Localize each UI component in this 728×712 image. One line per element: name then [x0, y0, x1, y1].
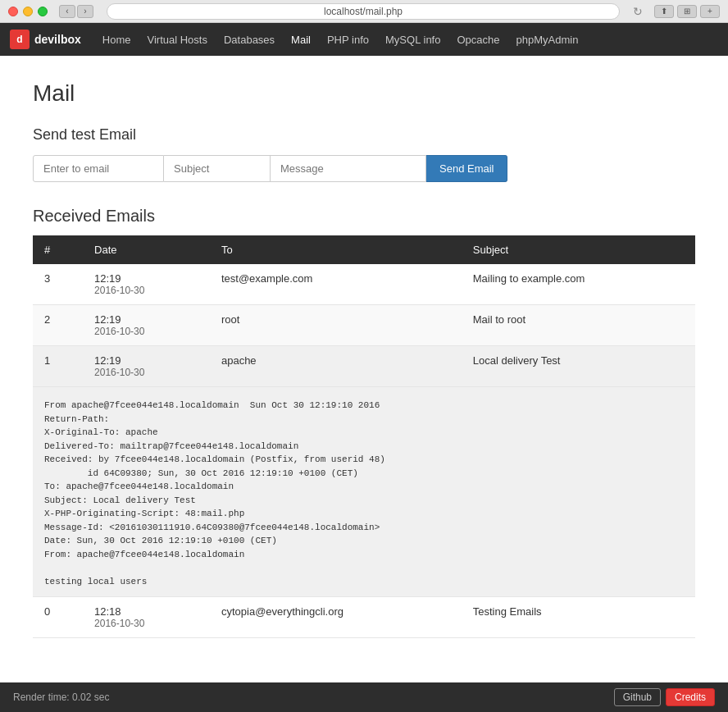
nav-buttons: ‹ ›: [59, 5, 93, 18]
send-section-title: Send test Email: [33, 126, 695, 144]
url-text: localhost/mail.php: [324, 6, 403, 17]
nav-virtual-hosts[interactable]: Virtual Hosts: [139, 23, 215, 56]
nav-databases[interactable]: Databases: [216, 23, 283, 56]
brand-name: devilbox: [34, 33, 81, 46]
address-bar[interactable]: localhost/mail.php: [107, 3, 620, 20]
cell-date: 12:182016-10-30: [83, 597, 210, 638]
render-time: Render time: 0.02 sec: [13, 691, 109, 703]
back-button[interactable]: ‹: [59, 5, 75, 18]
send-email-button[interactable]: Send Email: [426, 155, 507, 182]
email-body-content: From apache@7fcee044e148.localdomain Sun…: [44, 399, 684, 588]
share-button[interactable]: ⬆: [654, 5, 674, 18]
nav-home[interactable]: Home: [94, 23, 139, 56]
col-subject: Subject: [462, 235, 695, 264]
cell-to: cytopia@everythingcli.org: [210, 597, 462, 638]
subject-input[interactable]: [164, 155, 271, 182]
forward-button[interactable]: ›: [77, 5, 93, 18]
send-form: Send Email: [33, 155, 695, 182]
cell-date: 12:192016-10-30: [83, 305, 210, 346]
nav-mysql-info[interactable]: MySQL info: [377, 23, 448, 56]
col-date: Date: [83, 235, 210, 264]
cell-subject: Testing Emails: [462, 597, 695, 638]
table-row: 012:182016-10-30cytopia@everythingcli.or…: [33, 597, 695, 638]
window-right-buttons: ⬆ ⊞ +: [654, 5, 720, 18]
new-tab-button[interactable]: ⊞: [677, 5, 697, 18]
cell-date: 12:192016-10-30: [83, 346, 210, 387]
credits-button[interactable]: Credits: [666, 688, 715, 706]
cell-date: 12:192016-10-30: [83, 264, 210, 305]
cell-to: root: [210, 305, 462, 346]
nav-mail[interactable]: Mail: [283, 23, 319, 56]
main-content: Mail Send test Email Send Email Received…: [0, 56, 728, 679]
nav-php-info[interactable]: PHP info: [319, 23, 377, 56]
footer: Render time: 0.02 sec Github Credits: [0, 682, 728, 712]
col-to: To: [210, 235, 462, 264]
footer-actions: Github Credits: [614, 688, 715, 706]
reload-button[interactable]: ↻: [633, 5, 643, 18]
email-input[interactable]: [33, 155, 164, 182]
table-row: 112:192016-10-30apacheLocal delivery Tes…: [33, 346, 695, 387]
nav-phpmyadmin[interactable]: phpMyAdmin: [508, 23, 587, 56]
cell-id: 1: [33, 346, 83, 387]
cell-subject: Mail to root: [462, 305, 695, 346]
cell-email-body: From apache@7fcee044e148.localdomain Sun…: [33, 387, 695, 597]
nav-opcache[interactable]: Opcache: [448, 23, 507, 56]
cell-id: 2: [33, 305, 83, 346]
maximize-button[interactable]: [38, 7, 48, 16]
minimize-button[interactable]: [23, 7, 33, 16]
sidebar-button[interactable]: +: [700, 5, 720, 18]
cell-id: 3: [33, 264, 83, 305]
cell-to: apache: [210, 346, 462, 387]
cell-subject: Mailing to example.com: [462, 264, 695, 305]
brand-icon: d: [10, 30, 30, 49]
table-header: # Date To Subject: [33, 235, 695, 264]
received-section-title: Received Emails: [33, 207, 695, 226]
github-button[interactable]: Github: [614, 688, 661, 706]
navbar: d devilbox Home Virtual Hosts Databases …: [0, 23, 728, 56]
table-body: 312:192016-10-30test@example.comMailing …: [33, 264, 695, 638]
nav-links: Home Virtual Hosts Databases Mail PHP in…: [94, 23, 587, 56]
col-id: #: [33, 235, 83, 264]
cell-id: 0: [33, 597, 83, 638]
window-chrome: ‹ › localhost/mail.php ↻ ⬆ ⊞ +: [0, 0, 728, 23]
table-row: 212:192016-10-30rootMail to root: [33, 305, 695, 346]
table-row-expanded: From apache@7fcee044e148.localdomain Sun…: [33, 387, 695, 597]
page-title: Mail: [33, 80, 695, 107]
table-row: 312:192016-10-30test@example.comMailing …: [33, 264, 695, 305]
message-input[interactable]: [271, 155, 426, 182]
close-button[interactable]: [8, 7, 18, 16]
cell-to: test@example.com: [210, 264, 462, 305]
mail-table: # Date To Subject 312:192016-10-30test@e…: [33, 235, 695, 638]
brand: d devilbox: [10, 30, 81, 49]
cell-subject: Local delivery Test: [462, 346, 695, 387]
